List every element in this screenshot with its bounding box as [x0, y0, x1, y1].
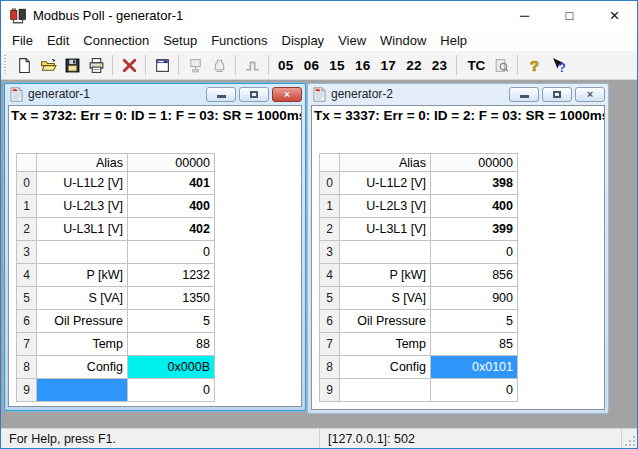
row-number[interactable]: 8: [17, 356, 37, 379]
value-cell[interactable]: 5: [128, 310, 215, 333]
toolbar-gripper[interactable]: [4, 55, 9, 75]
communication-traffic-button[interactable]: [489, 53, 513, 77]
alias-cell[interactable]: Temp: [37, 333, 128, 356]
value-cell[interactable]: 900: [431, 287, 518, 310]
value-cell[interactable]: 399: [431, 218, 518, 241]
menu-file[interactable]: File: [5, 31, 40, 51]
row-number[interactable]: 0: [320, 172, 340, 195]
alias-cell[interactable]: Oil Pressure: [340, 310, 431, 333]
value-cell[interactable]: 1350: [128, 287, 215, 310]
child-titlebar[interactable]: generator-1 ×: [5, 84, 305, 104]
child-close-button[interactable]: ×: [575, 87, 605, 102]
row-number[interactable]: 7: [17, 333, 37, 356]
menu-functions[interactable]: Functions: [204, 31, 274, 51]
setup-poll-definition-button[interactable]: [150, 53, 174, 77]
row-number[interactable]: 0: [17, 172, 37, 195]
function-06-button[interactable]: 06: [299, 58, 325, 73]
row-number[interactable]: 3: [17, 241, 37, 264]
child-restore-button[interactable]: [239, 87, 269, 102]
menu-connection[interactable]: Connection: [76, 31, 156, 51]
alias-cell[interactable]: U-L3L1 [V]: [37, 218, 128, 241]
row-number[interactable]: 3: [320, 241, 340, 264]
value-cell[interactable]: 398: [431, 172, 518, 195]
maximize-button[interactable]: □: [547, 1, 592, 30]
menu-view[interactable]: View: [331, 31, 373, 51]
value-cell-selected[interactable]: 0x0101: [431, 356, 518, 379]
value-cell[interactable]: 5: [431, 310, 518, 333]
row-number[interactable]: 6: [17, 310, 37, 333]
value-cell[interactable]: 0: [431, 241, 518, 264]
row-number[interactable]: 1: [17, 195, 37, 218]
alias-column-header[interactable]: Alias: [340, 154, 431, 172]
grid-corner-cell[interactable]: [320, 154, 340, 172]
child-minimize-button[interactable]: [509, 87, 539, 102]
function-15-button[interactable]: 15: [324, 58, 350, 73]
menu-display[interactable]: Display: [275, 31, 332, 51]
value-cell[interactable]: 85: [431, 333, 518, 356]
row-number[interactable]: 7: [320, 333, 340, 356]
value-cell[interactable]: 402: [128, 218, 215, 241]
alias-cell[interactable]: [340, 241, 431, 264]
register-column-header[interactable]: 00000: [128, 154, 215, 172]
alias-column-header[interactable]: Alias: [37, 154, 128, 172]
function-22-button[interactable]: 22: [401, 58, 427, 73]
value-cell[interactable]: 0: [128, 241, 215, 264]
context-help-button[interactable]: ?: [546, 53, 570, 77]
alias-cell[interactable]: U-L3L1 [V]: [340, 218, 431, 241]
menu-window[interactable]: Window: [373, 31, 433, 51]
row-number[interactable]: 2: [320, 218, 340, 241]
alias-cell[interactable]: Oil Pressure: [37, 310, 128, 333]
value-cell[interactable]: 0: [431, 379, 518, 402]
save-button[interactable]: [60, 53, 84, 77]
alias-cell[interactable]: Temp: [340, 333, 431, 356]
row-number[interactable]: 9: [17, 379, 37, 402]
menu-help[interactable]: Help: [433, 31, 474, 51]
main-titlebar[interactable]: Modbus Poll - generator-1 ─ □ ×: [1, 1, 637, 30]
disconnect-button[interactable]: [117, 53, 141, 77]
row-number[interactable]: 1: [320, 195, 340, 218]
child-restore-button[interactable]: [542, 87, 572, 102]
print-button[interactable]: [84, 53, 108, 77]
new-document-button[interactable]: [12, 53, 36, 77]
function-16-button[interactable]: 16: [350, 58, 376, 73]
row-number[interactable]: 5: [320, 287, 340, 310]
alias-cell-selected[interactable]: [37, 379, 128, 402]
value-cell[interactable]: 88: [128, 333, 215, 356]
function-05-button[interactable]: 05: [273, 58, 299, 73]
open-file-button[interactable]: [36, 53, 60, 77]
child-close-button[interactable]: ×: [272, 87, 302, 102]
row-number[interactable]: 4: [320, 264, 340, 287]
alias-cell[interactable]: U-L1L2 [V]: [37, 172, 128, 195]
alias-cell[interactable]: U-L1L2 [V]: [340, 172, 431, 195]
function-23-button[interactable]: 23: [427, 58, 453, 73]
alias-cell[interactable]: S [VA]: [340, 287, 431, 310]
grid-corner-cell[interactable]: [17, 154, 37, 172]
alias-cell[interactable]: P [kW]: [37, 264, 128, 287]
value-cell[interactable]: 400: [128, 195, 215, 218]
close-button[interactable]: ×: [592, 1, 637, 30]
resize-grip[interactable]: [621, 429, 637, 448]
value-cell[interactable]: 856: [431, 264, 518, 287]
value-cell-highlighted[interactable]: 0x000B: [128, 356, 215, 379]
row-number[interactable]: 6: [320, 310, 340, 333]
menu-edit[interactable]: Edit: [40, 31, 76, 51]
read-write-disable-button[interactable]: [207, 53, 231, 77]
function-17-button[interactable]: 17: [376, 58, 402, 73]
alias-cell[interactable]: Config: [340, 356, 431, 379]
single-poll-button[interactable]: [240, 53, 264, 77]
child-window-generator-2[interactable]: generator-2 × Tx = 3337: Err = 0: ID = 2…: [307, 83, 609, 414]
row-number[interactable]: 8: [320, 356, 340, 379]
alias-cell[interactable]: Config: [37, 356, 128, 379]
minimize-button[interactable]: ─: [502, 1, 547, 30]
alias-cell[interactable]: [37, 241, 128, 264]
value-cell[interactable]: 400: [431, 195, 518, 218]
value-cell[interactable]: 401: [128, 172, 215, 195]
alias-cell[interactable]: S [VA]: [37, 287, 128, 310]
menu-setup[interactable]: Setup: [156, 31, 204, 51]
child-window-generator-1[interactable]: generator-1 × Tx = 3732: Err = 0: ID = 1…: [4, 83, 306, 411]
alias-cell[interactable]: P [kW]: [340, 264, 431, 287]
child-titlebar[interactable]: generator-2 ×: [308, 84, 608, 104]
alias-cell[interactable]: U-L2L3 [V]: [340, 195, 431, 218]
row-number[interactable]: 5: [17, 287, 37, 310]
value-cell[interactable]: 1232: [128, 264, 215, 287]
